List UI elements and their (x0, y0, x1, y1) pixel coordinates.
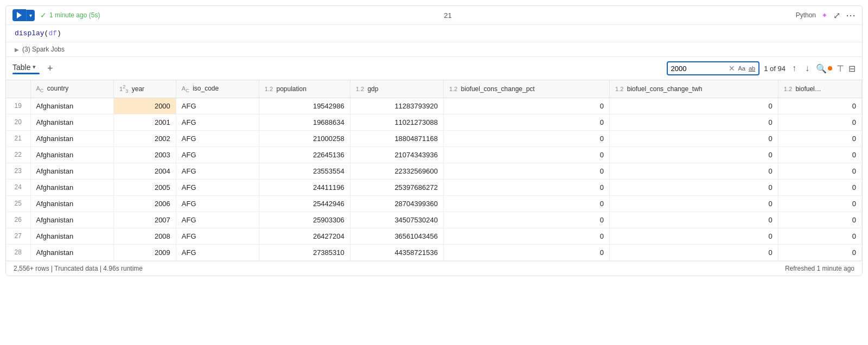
col-type-country: AC (36, 85, 44, 92)
cell-year: 2005 (114, 179, 176, 195)
next-result-button[interactable]: ↓ (803, 62, 812, 74)
cell-year: 2002 (114, 130, 176, 146)
run-dropdown-button[interactable]: ▾ (26, 10, 35, 21)
cell-country: Afghanistan (30, 212, 114, 228)
table-row: 21Afghanistan2002AFG21000258188048711680… (6, 130, 862, 146)
cell-biofuel-twh: 0 (610, 195, 778, 212)
table-row: 24Afghanistan2005AFG24411196253976862720… (6, 179, 862, 195)
cell-biofuel-partial: 0 (778, 163, 861, 179)
run-button-group[interactable]: ▾ (12, 9, 35, 21)
col-type-gdp: 1.2 (356, 86, 364, 92)
col-header-biofuel-twh[interactable]: 1.2 biofuel_cons_change_twh (610, 80, 778, 98)
refresh-info: Refreshed 1 minute ago (785, 265, 854, 272)
search-regex[interactable]: ab (749, 65, 755, 72)
col-label-biofuel-partial: biofuel… (795, 85, 821, 93)
cell-biofuel-partial: 0 (778, 130, 861, 146)
col-type-year: 123 (119, 86, 128, 92)
cell-biofuel-twh: 0 (610, 228, 778, 244)
notebook-cell: ▾ ✓ 1 minute ago (5s) 21 Python ✦ ⤢ ⋯ di… (5, 5, 863, 276)
search-active-dot (828, 66, 832, 71)
search-case-sensitive[interactable]: Aa (738, 65, 745, 72)
run-status: ✓ 1 minute ago (5s) (40, 11, 100, 20)
search-input[interactable] (671, 65, 725, 73)
col-header-rownum (6, 80, 30, 98)
rows-info: 2,556+ rows | Truncated data | 4.96s run… (14, 265, 143, 272)
col-label-gdp: gdp (367, 85, 378, 93)
col-label-population: population (277, 85, 307, 93)
spark-arrow-icon: ▶ (15, 47, 19, 53)
cell-biofuel-pct: 0 (443, 228, 609, 244)
cell-rownum: 24 (6, 179, 30, 195)
cell-gdp: 36561043456 (350, 228, 443, 244)
cell-biofuel-twh: 0 (610, 98, 778, 114)
col-type-population: 1.2 (265, 86, 273, 92)
output-toolbar: Table ▾ + ✕ Aa ab 1 of 94 ↑ ↓ 🔍 ⊤ ⊟ (6, 57, 862, 80)
table-row: 19Afghanistan2000AFG19542986112837939200… (6, 98, 862, 114)
table-dropdown-icon[interactable]: ▾ (33, 63, 36, 71)
cell-population: 22645136 (259, 146, 350, 163)
cell-gdp: 44358721536 (350, 244, 443, 260)
cell-biofuel-partial: 0 (778, 146, 861, 163)
cell-rownum: 25 (6, 195, 30, 212)
spark-jobs-bar[interactable]: ▶ (3) Spark Jobs (6, 42, 862, 57)
search-icon-group[interactable]: 🔍 (816, 63, 832, 74)
col-header-year[interactable]: 123 year (114, 80, 176, 98)
cell-isocode: AFG (176, 114, 259, 130)
table-row: 26Afghanistan2007AFG25903306345075302400… (6, 212, 862, 228)
layout-icon[interactable]: ⊟ (848, 63, 856, 74)
cell-gdp: 22332569600 (350, 163, 443, 179)
more-options-icon[interactable]: ⋯ (846, 9, 856, 21)
cell-biofuel-twh: 0 (610, 179, 778, 195)
col-header-biofuel-partial[interactable]: 1.2 biofuel… (778, 80, 861, 98)
cell-country: Afghanistan (30, 179, 114, 195)
cell-year: 2006 (114, 195, 176, 212)
output-toolbar-right: ✕ Aa ab 1 of 94 ↑ ↓ 🔍 ⊤ ⊟ (667, 61, 856, 75)
cell-isocode: AFG (176, 130, 259, 146)
table-tab[interactable]: Table ▾ (12, 63, 40, 72)
play-icon (17, 12, 22, 18)
cell-population: 24411196 (259, 179, 350, 195)
col-header-iso-code[interactable]: AC iso_code (176, 80, 259, 98)
toolbar-right: Python ✦ ⤢ ⋯ (796, 9, 856, 21)
col-header-biofuel-pct[interactable]: 1.2 biofuel_cons_change_pct (443, 80, 609, 98)
search-box[interactable]: ✕ Aa ab (667, 61, 760, 75)
language-label: Python (796, 11, 816, 19)
cell-country: Afghanistan (30, 163, 114, 179)
cell-population: 19542986 (259, 98, 350, 114)
cell-biofuel-pct: 0 (443, 98, 609, 114)
filter-icon[interactable]: ⊤ (837, 63, 844, 74)
cell-biofuel-partial: 0 (778, 228, 861, 244)
table-row: 25Afghanistan2006AFG25442946287043993600… (6, 195, 862, 212)
sparkle-icon[interactable]: ✦ (821, 11, 828, 20)
cell-gdp: 21074343936 (350, 146, 443, 163)
cell-gdp: 11021273088 (350, 114, 443, 130)
cell-biofuel-pct: 0 (443, 244, 609, 260)
page-indicator: 1 of 94 (764, 65, 786, 73)
cell-biofuel-pct: 0 (443, 212, 609, 228)
expand-icon[interactable]: ⤢ (833, 10, 840, 21)
search-clear-icon[interactable]: ✕ (729, 64, 735, 73)
col-type-biofuel-pct: 1.2 (449, 86, 457, 92)
col-header-gdp[interactable]: 1.2 gdp (350, 80, 443, 98)
cell-country: Afghanistan (30, 114, 114, 130)
cell-year: 2003 (114, 146, 176, 163)
col-header-country[interactable]: AC country (30, 80, 114, 98)
table-header: AC country 123 year AC iso_code 1.2 popu… (6, 80, 862, 98)
run-button[interactable] (12, 9, 26, 21)
cell-biofuel-partial: 0 (778, 179, 861, 195)
cell-year: 2007 (114, 212, 176, 228)
prev-result-button[interactable]: ↑ (790, 62, 799, 74)
cell-biofuel-partial: 0 (778, 212, 861, 228)
cell-isocode: AFG (176, 244, 259, 260)
col-label-biofuel-twh: biofuel_cons_change_twh (627, 85, 703, 93)
table-row: 28Afghanistan2009AFG27385310443587215360… (6, 244, 862, 260)
add-view-button[interactable]: + (45, 63, 55, 74)
col-label-iso-code: iso_code (193, 85, 219, 92)
cell-biofuel-pct: 0 (443, 114, 609, 130)
table-row: 22Afghanistan2003AFG22645136210743439360… (6, 146, 862, 163)
table-row: 20Afghanistan2001AFG19688634110212730880… (6, 114, 862, 130)
table-row: 27Afghanistan2008AFG26427204365610434560… (6, 228, 862, 244)
col-header-population[interactable]: 1.2 population (259, 80, 350, 98)
cell-biofuel-pct: 0 (443, 179, 609, 195)
cell-biofuel-twh: 0 (610, 146, 778, 163)
